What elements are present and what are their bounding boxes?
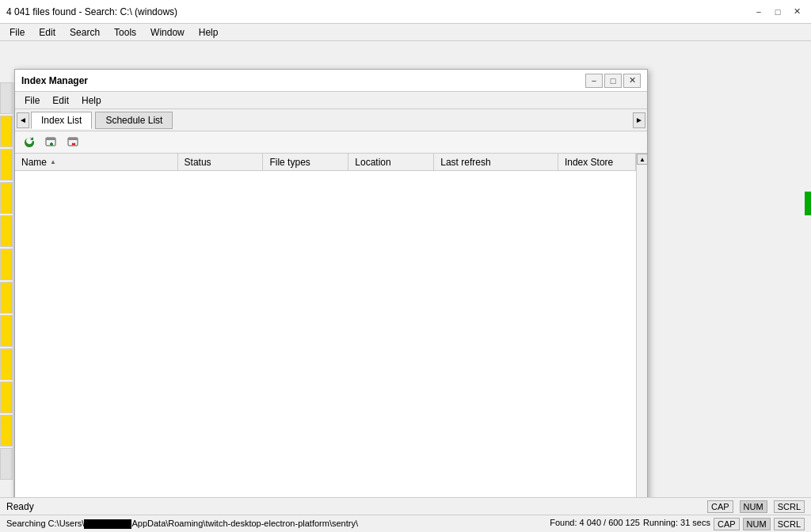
- tab-schedule-list[interactable]: Schedule List: [95, 112, 173, 129]
- path-cap-indicator: CAP: [714, 518, 740, 530]
- path-bar: Searching C:\Users\AppData\Roaming\twitc…: [0, 515, 811, 532]
- sidebar-tab-3[interactable]: [0, 149, 13, 180]
- outer-menu-help[interactable]: Help: [192, 25, 225, 40]
- sidebar-tab-12[interactable]: [0, 448, 13, 480]
- index-table: Name ▲ Status File types Location: [15, 154, 636, 497]
- tab-schedule-list-label: Schedule List: [105, 115, 162, 126]
- location-column-header[interactable]: Location: [348, 154, 434, 171]
- outer-cap-indicator: CAP: [707, 500, 733, 513]
- outer-maximize-button[interactable]: □: [770, 4, 786, 20]
- name-column-header[interactable]: Name ▲: [15, 154, 178, 171]
- outer-window-title: 4 041 files found - Search: C:\ (windows…: [6, 6, 177, 17]
- sidebar-tab-2[interactable]: [0, 116, 13, 147]
- bottom-status-area: Ready CAP NUM SCRL Searching C:\Users\Ap…: [0, 497, 811, 532]
- vscroll-track[interactable]: [637, 165, 647, 497]
- tab-index-list-label: Index List: [41, 115, 82, 126]
- index-manager-window: Index Manager − □ ✕ File Edit Help ◄ Ind…: [14, 69, 648, 497]
- outer-minimize-button[interactable]: −: [751, 4, 767, 20]
- vscroll-up-button[interactable]: ▲: [637, 154, 647, 165]
- table-vscrollbar[interactable]: ▲ ▼: [636, 154, 647, 497]
- table-area: Name ▲ Status File types Location: [15, 154, 647, 497]
- location-col-label: Location: [355, 157, 390, 168]
- sidebar-tab-4[interactable]: [0, 182, 13, 214]
- sidebar-tab-7[interactable]: [0, 282, 13, 314]
- ready-bar-kbd: CAP NUM SCRL: [707, 500, 805, 513]
- sidebar-tab-11[interactable]: [0, 415, 13, 446]
- lastrefresh-column-header[interactable]: Last refresh: [434, 154, 558, 171]
- left-sidebar: [0, 82, 14, 497]
- inner-maximize-button[interactable]: □: [604, 74, 622, 88]
- inner-menu-file[interactable]: File: [18, 93, 46, 108]
- status-col-label: Status: [185, 157, 211, 168]
- inner-window-title: Index Manager: [21, 75, 88, 86]
- outer-close-button[interactable]: ✕: [789, 4, 805, 20]
- inner-minimize-button[interactable]: −: [585, 74, 603, 88]
- sidebar-tab-5[interactable]: [0, 215, 13, 247]
- sidebar-tab-9[interactable]: [0, 348, 13, 380]
- table-header: Name ▲ Status File types Location: [15, 154, 636, 171]
- name-sort-arrow: ▲: [50, 158, 56, 165]
- outer-menubar: File Edit Search Tools Window Help: [0, 24, 811, 41]
- green-status-indicator: [805, 192, 811, 215]
- tab-index-list[interactable]: Index List: [31, 112, 92, 129]
- inner-close-button[interactable]: ✕: [623, 74, 641, 88]
- ready-text: Ready: [6, 501, 34, 512]
- outer-menu-window[interactable]: Window: [144, 25, 191, 40]
- inner-titlebar: Index Manager − □ ✕: [15, 70, 647, 92]
- name-col-label: Name: [21, 157, 47, 168]
- status-column-header[interactable]: Status: [178, 154, 264, 171]
- refresh-icon: [23, 136, 36, 149]
- path-scrl-indicator: SCRL: [774, 518, 805, 530]
- search-path-text: Searching C:\Users\AppData\Roaming\twitc…: [6, 519, 358, 529]
- toolbar: [15, 131, 647, 154]
- outer-titlebar: 4 041 files found - Search: C:\ (windows…: [0, 0, 811, 24]
- inner-window-controls: − □ ✕: [585, 74, 641, 88]
- outer-menu-file[interactable]: File: [3, 25, 31, 40]
- outer-scrl-indicator: SCRL: [774, 500, 805, 513]
- delete-index-button[interactable]: [64, 134, 83, 151]
- indexstore-column-header[interactable]: Index Store: [558, 154, 636, 171]
- add-index-icon: [45, 136, 58, 149]
- sidebar-tab-10[interactable]: [0, 382, 13, 413]
- outer-num-indicator: NUM: [740, 500, 767, 513]
- table-body: [15, 171, 636, 497]
- lastrefresh-col-label: Last refresh: [440, 157, 490, 168]
- path-num-indicator: NUM: [743, 518, 771, 530]
- path-bar-right: Found: 4 040 / 600 125 Running: 31 secs …: [550, 518, 805, 530]
- ready-bar: Ready CAP NUM SCRL: [0, 497, 811, 515]
- inner-menubar: File Edit Help: [15, 92, 647, 109]
- inner-menu-edit[interactable]: Edit: [46, 93, 75, 108]
- delete-index-icon: [67, 136, 80, 149]
- outer-menu-edit[interactable]: Edit: [32, 25, 62, 40]
- refresh-button[interactable]: [20, 134, 39, 151]
- outer-menu-search[interactable]: Search: [63, 25, 106, 40]
- inner-menu-help[interactable]: Help: [75, 93, 108, 108]
- tab-nav-right[interactable]: ►: [633, 112, 645, 128]
- outer-window-controls: − □ ✕: [751, 4, 805, 20]
- add-index-button[interactable]: [42, 134, 61, 151]
- found-count: Found: 4 040 / 600 125: [550, 518, 640, 530]
- tabs-container: ◄ Index List Schedule List ►: [15, 109, 647, 131]
- filetypes-column-header[interactable]: File types: [263, 154, 348, 171]
- tab-nav-left[interactable]: ◄: [17, 112, 29, 128]
- running-time: Running: 31 secs: [643, 518, 710, 530]
- sidebar-tab-1[interactable]: [0, 82, 13, 114]
- filetypes-col-label: File types: [269, 157, 310, 168]
- outer-window: 4 041 files found - Search: C:\ (windows…: [0, 0, 811, 532]
- indexstore-col-label: Index Store: [565, 157, 613, 168]
- outer-menu-tools[interactable]: Tools: [108, 25, 143, 40]
- svg-rect-5: [68, 138, 78, 140]
- svg-rect-1: [46, 138, 55, 140]
- sidebar-tab-8[interactable]: [0, 315, 13, 347]
- sidebar-tab-6[interactable]: [0, 249, 13, 280]
